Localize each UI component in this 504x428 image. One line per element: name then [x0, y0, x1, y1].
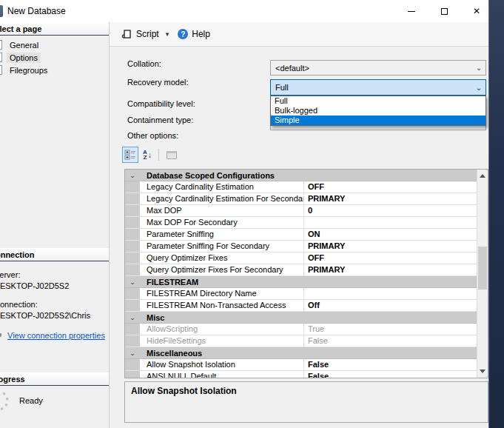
row-indent [125, 335, 140, 347]
property-value[interactable]: False [304, 335, 477, 347]
category-label: Misc [140, 313, 164, 322]
progress-status: Ready [19, 396, 43, 405]
property-row[interactable]: Legacy Cardinality Estimation For Second… [125, 193, 477, 205]
minimize-button[interactable] [395, 0, 428, 22]
property-value[interactable]: OFF [304, 253, 477, 264]
window-title: New Database [7, 6, 66, 16]
property-row[interactable]: Legacy Cardinality EstimationOFF [125, 181, 477, 193]
close-button[interactable]: ✕ [460, 0, 489, 22]
property-name: Max DOP [140, 205, 304, 216]
property-value[interactable]: PRIMARY [304, 241, 477, 252]
collapse-icon[interactable]: ⌄ [125, 350, 140, 357]
plug-icon [0, 330, 4, 340]
property-row[interactable]: Max DOP For Secondary [125, 217, 477, 229]
connection-section: Connection Server: DESKTOP-J02D5S2 Conne… [0, 248, 109, 340]
containment-type-label: Containment type: [127, 116, 193, 124]
property-value[interactable]: OFF [304, 181, 477, 193]
progress-header: Progress [0, 372, 109, 386]
property-value[interactable]: ON [304, 229, 477, 240]
compatibility-level-label: Compatibility level: [127, 99, 195, 108]
view-connection-properties-link[interactable]: View connection properties [7, 331, 105, 340]
recovery-model-combobox[interactable]: Full ⌄ [270, 79, 486, 96]
row-indent [125, 253, 140, 264]
chevron-down-icon[interactable]: ▾ [166, 30, 169, 38]
property-name: Query Optimizer Fixes For Secondary [140, 264, 304, 275]
collapse-icon[interactable]: ⌄ [125, 278, 140, 286]
sidebar-item-label: Filegroups [7, 65, 50, 76]
collapse-icon[interactable]: ⌄ [125, 172, 140, 179]
scroll-down-icon[interactable] [480, 370, 485, 373]
row-indent [125, 241, 140, 252]
property-row[interactable]: Query Optimizer Fixes For SecondaryPRIMA… [125, 264, 477, 276]
property-row[interactable]: Allow Snapshot IsolationFalse [125, 359, 477, 371]
property-row[interactable]: Query Optimizer FixesOFF [125, 253, 477, 264]
chevron-down-icon: ⌄ [472, 64, 485, 72]
sidebar-item-options[interactable]: Options [0, 51, 109, 64]
close-icon: ✕ [473, 7, 480, 16]
server-label: Server: [0, 270, 109, 279]
category-row[interactable]: ⌄Misc [125, 312, 477, 324]
app-icon [0, 5, 3, 17]
property-row[interactable]: Parameter Sniffing For SecondaryPRIMARY [125, 241, 477, 253]
property-pages-button[interactable] [164, 147, 180, 163]
property-row[interactable]: FILESTREAM Directory Name [125, 288, 477, 300]
property-value[interactable]: False [304, 371, 477, 378]
property-description-title: Allow Snapshot Isolation [125, 382, 488, 400]
category-row[interactable]: ⌄Database Scoped Configurations [125, 170, 477, 181]
recovery-option-simple[interactable]: Simple [271, 116, 485, 125]
page-icon [0, 53, 2, 62]
property-name: Legacy Cardinality Estimation [140, 181, 304, 193]
row-indent [125, 205, 140, 216]
property-row[interactable]: HideFileSettingsFalse [125, 335, 477, 347]
progress-spinner-icon [0, 390, 9, 411]
options-page: Collation: <default> ⌄ Recovery model: F… [110, 47, 489, 428]
property-row[interactable]: ANSI NULL DefaultFalse [125, 371, 477, 378]
grid-scrollbar[interactable] [477, 170, 488, 378]
recovery-option-full[interactable]: Full [271, 96, 485, 106]
property-row[interactable]: FILESTREAM Non-Transacted AccessOff [125, 300, 477, 312]
sidebar-item-general[interactable]: General [0, 39, 109, 51]
property-value[interactable]: PRIMARY [304, 264, 477, 275]
property-value[interactable]: 0 [304, 205, 477, 216]
recovery-option-bulk-logged[interactable]: Bulk-logged [271, 106, 485, 116]
property-name: HideFileSettings [140, 335, 304, 347]
property-value[interactable]: True [304, 324, 477, 335]
property-value[interactable]: False [304, 359, 477, 370]
other-options-label: Other options: [127, 131, 178, 140]
scroll-up-icon[interactable] [480, 174, 485, 178]
property-row[interactable]: Max DOP0 [125, 205, 477, 217]
property-row[interactable]: AllowScriptingTrue [125, 324, 477, 335]
row-indent [125, 300, 140, 311]
collation-combobox[interactable]: <default> ⌄ [270, 60, 486, 76]
category-label: Miscellaneous [140, 349, 202, 358]
row-indent [125, 264, 140, 275]
row-indent [125, 181, 140, 193]
help-button[interactable]: ? Help [173, 25, 215, 43]
new-database-dialog: New Database ✕ Select a page GeneralOpti… [0, 0, 489, 428]
category-row[interactable]: ⌄Miscellaneous [125, 347, 477, 359]
scrollbar-thumb[interactable] [478, 247, 487, 290]
sidebar-item-label: General [7, 40, 41, 50]
page-icon [0, 40, 2, 50]
maximize-button[interactable] [428, 0, 460, 22]
title-bar: New Database ✕ [0, 0, 488, 22]
select-a-page-header: Select a page [0, 22, 109, 36]
property-value[interactable]: Off [304, 300, 477, 311]
property-name: Query Optimizer Fixes [140, 253, 304, 264]
row-indent [125, 371, 140, 378]
alphabetical-sort-button[interactable]: AZ↓ [139, 147, 155, 163]
row-indent [125, 193, 140, 204]
row-indent [125, 229, 140, 240]
property-name: ANSI NULL Default [140, 371, 304, 378]
property-value[interactable]: PRIMARY [304, 193, 477, 204]
script-button[interactable]: Script ▾ [117, 25, 173, 43]
row-indent [125, 324, 140, 335]
category-row[interactable]: ⌄FILESTREAM [125, 276, 477, 288]
property-row[interactable]: Parameter SniffingON [125, 229, 477, 241]
recovery-model-label: Recovery model: [127, 78, 189, 87]
sidebar-item-filegroups[interactable]: Filegroups [0, 64, 109, 76]
categorized-button[interactable] [122, 147, 138, 163]
progress-section: Progress Ready [0, 372, 109, 411]
collapse-icon[interactable]: ⌄ [125, 314, 140, 321]
chevron-down-icon: ⌄ [472, 84, 485, 92]
